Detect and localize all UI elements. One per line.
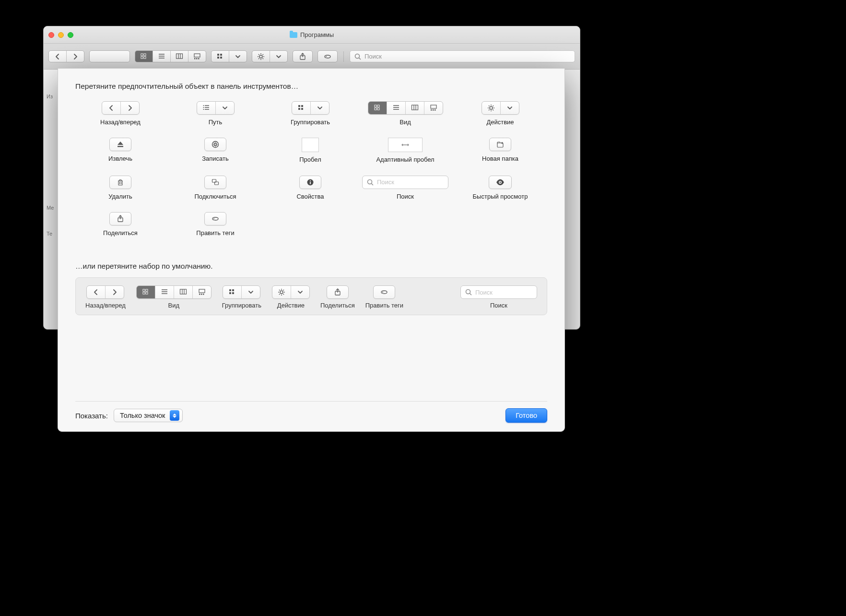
default-action[interactable]: Действие xyxy=(272,285,310,309)
item-view[interactable]: Вид xyxy=(360,101,450,126)
sidebar: Из Ме Те xyxy=(44,70,58,329)
default-share[interactable]: Поделиться xyxy=(320,285,355,309)
item-path[interactable]: Путь xyxy=(170,101,260,126)
item-eject[interactable]: Извлечь xyxy=(75,138,165,164)
default-toolbar-set[interactable]: Назад/вперед Вид Группировать Действие П… xyxy=(75,277,547,315)
done-button[interactable]: Готово xyxy=(505,408,547,423)
item-back-forward[interactable]: Назад/вперед xyxy=(75,101,165,126)
default-back-forward[interactable]: Назад/вперед xyxy=(85,285,126,309)
item-space[interactable]: Пробел xyxy=(265,138,355,164)
flex-space-icon xyxy=(388,138,423,152)
item-info[interactable]: Свойства xyxy=(265,176,355,201)
select-stepper-icon xyxy=(170,410,179,421)
item-flex-space[interactable]: Адаптивный пробел xyxy=(360,138,450,164)
burn-icon xyxy=(205,138,226,151)
item-tags[interactable]: Править теги xyxy=(170,212,260,237)
back-button[interactable] xyxy=(49,51,66,62)
default-search[interactable]: Поиск Поиск xyxy=(460,285,537,309)
default-group[interactable]: Группировать xyxy=(222,285,261,309)
search-icon xyxy=(366,178,374,186)
view-switcher[interactable] xyxy=(135,50,206,62)
info-icon xyxy=(300,176,321,189)
item-delete[interactable]: Удалить xyxy=(75,176,165,201)
item-share[interactable]: Поделиться xyxy=(75,212,165,237)
item-action[interactable]: Действие xyxy=(455,101,545,126)
search-icon xyxy=(465,288,472,296)
item-quicklook[interactable]: Быстрый просмотр xyxy=(455,176,545,201)
traffic-lights xyxy=(48,32,73,38)
share-button[interactable] xyxy=(293,50,313,62)
toolbar-items-grid: Назад/вперед Путь Группировать Вид Дейст… xyxy=(75,101,545,237)
search-field[interactable]: Поиск xyxy=(350,50,575,62)
share-icon xyxy=(110,213,131,225)
default-view[interactable]: Вид xyxy=(136,285,212,309)
nav-back-forward[interactable] xyxy=(48,50,84,62)
close-button[interactable] xyxy=(48,32,54,38)
show-select[interactable]: Только значок xyxy=(114,409,183,422)
tag-icon xyxy=(205,213,226,225)
folder-icon xyxy=(290,32,297,38)
search-placeholder: Поиск xyxy=(364,53,382,60)
connect-icon xyxy=(205,176,226,189)
default-set-heading: …или перетяните набор по умолчанию. xyxy=(75,262,547,271)
window-title-text: Программы xyxy=(300,31,334,38)
group-menu[interactable] xyxy=(211,50,247,62)
item-burn[interactable]: Записать xyxy=(170,138,260,164)
tags-button[interactable] xyxy=(317,50,338,62)
window-title: Программы xyxy=(44,26,580,43)
show-select-value: Только значок xyxy=(120,412,165,419)
minimize-button[interactable] xyxy=(58,32,64,38)
default-tags[interactable]: Править теги xyxy=(365,285,403,309)
icon-view-button[interactable] xyxy=(135,51,153,62)
item-new-folder[interactable]: Новая папка xyxy=(455,138,545,164)
customize-toolbar-sheet: Перетяните предпочтительный объект в пан… xyxy=(58,68,565,432)
eye-icon xyxy=(489,176,511,189)
action-menu[interactable] xyxy=(252,50,288,62)
list-view-button[interactable] xyxy=(153,51,170,62)
toolbar-separator xyxy=(343,51,344,62)
gallery-view-button[interactable] xyxy=(188,51,206,62)
sheet-heading: Перетяните предпочтительный объект в пан… xyxy=(75,82,547,91)
eject-icon xyxy=(110,138,131,151)
search-icon xyxy=(354,53,362,60)
column-view-button[interactable] xyxy=(170,51,188,62)
item-group[interactable]: Группировать xyxy=(265,101,355,126)
forward-button[interactable] xyxy=(66,51,84,62)
titlebar[interactable]: Программы xyxy=(44,26,580,44)
item-search[interactable]: Поиск Поиск xyxy=(360,176,450,201)
new-folder-icon xyxy=(490,138,511,151)
show-label: Показать: xyxy=(75,412,108,420)
item-connect[interactable]: Подключиться xyxy=(170,176,260,201)
trash-icon xyxy=(110,176,131,189)
space-icon xyxy=(302,138,319,152)
path-control[interactable] xyxy=(89,50,130,62)
sheet-footer: Показать: Только значок Готово xyxy=(75,401,547,423)
toolbar: Поиск xyxy=(44,44,580,70)
zoom-button[interactable] xyxy=(68,32,73,38)
